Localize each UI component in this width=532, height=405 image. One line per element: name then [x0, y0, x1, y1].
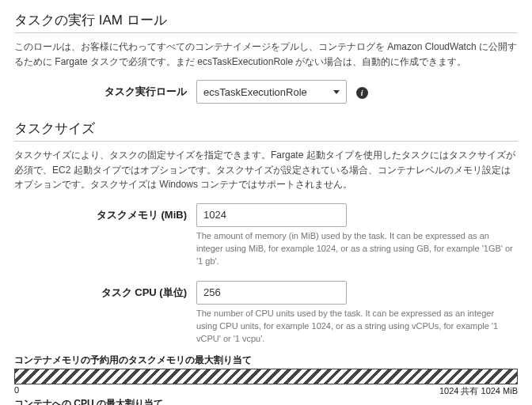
task-cpu-input[interactable] [196, 281, 347, 305]
memory-allocation-bar [14, 369, 518, 384]
memory-allocation-min: 0 [14, 385, 19, 397]
task-cpu-hint: The number of CPU units used by the task… [196, 308, 513, 346]
task-memory-label: タスクメモリ (MiB) [14, 203, 196, 222]
task-execution-role-value: ecsTaskExecutionRole [203, 86, 307, 98]
task-cpu-label: タスク CPU (単位) [14, 281, 196, 300]
task-execution-role-select[interactable]: ecsTaskExecutionRole [196, 80, 347, 104]
task-size-desc: タスクサイズにより、タスクの固定サイズを指定できます。Fargate 起動タイプ… [14, 148, 518, 192]
task-size-title: タスクサイズ [14, 119, 518, 142]
cpu-allocation-label: コンテナへの CPU の最大割り当て [14, 397, 518, 405]
task-execution-role-label: タスク実行ロール [14, 80, 196, 99]
memory-allocation-label: コンテナメモリの予約用のタスクメモリの最大割り当て [14, 354, 518, 367]
info-icon[interactable]: i [356, 87, 368, 99]
memory-allocation-max: 1024 共有 1024 MiB [439, 385, 518, 397]
iam-section-title: タスクの実行 IAM ロール [14, 11, 518, 33]
task-memory-hint: The amount of memory (in MiB) used by th… [196, 230, 513, 268]
task-memory-input[interactable] [196, 203, 347, 227]
chevron-down-icon [333, 90, 340, 94]
iam-section-desc: このロールは、お客様に代わってすべてのコンテナイメージをプルし、コンテナログを … [14, 40, 518, 69]
